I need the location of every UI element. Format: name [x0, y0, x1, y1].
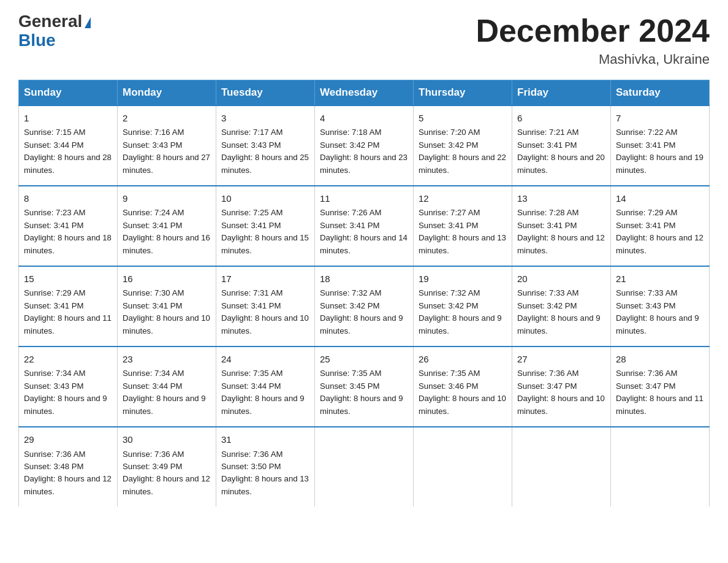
day-cell-13: 13 Sunrise: 7:28 AM Sunset: 3:41 PM Dayl…	[512, 186, 611, 266]
day-cell-26: 26 Sunrise: 7:35 AM Sunset: 3:46 PM Dayl…	[414, 347, 512, 427]
day-sunrise: Sunrise: 7:34 AM	[24, 367, 112, 380]
day-sunset: Sunset: 3:41 PM	[221, 220, 309, 232]
day-cell-20: 20 Sunrise: 7:33 AM Sunset: 3:42 PM Dayl…	[512, 266, 611, 347]
day-daylight: Daylight: 8 hours and 25 minutes.	[221, 151, 309, 177]
day-sunset: Sunset: 3:43 PM	[616, 300, 704, 312]
day-sunset: Sunset: 3:44 PM	[221, 380, 309, 393]
day-number: 29	[24, 432, 112, 446]
day-sunrise: Sunrise: 7:36 AM	[123, 448, 211, 461]
day-daylight: Daylight: 8 hours and 9 minutes.	[24, 393, 112, 418]
day-number: 20	[517, 272, 605, 286]
day-sunrise: Sunrise: 7:27 AM	[419, 207, 507, 219]
day-number: 6	[517, 111, 605, 125]
week-row-5: 29 Sunrise: 7:36 AM Sunset: 3:48 PM Dayl…	[19, 427, 710, 507]
logo: General Blue	[18, 12, 91, 50]
day-daylight: Daylight: 8 hours and 12 minutes.	[123, 473, 211, 498]
day-number: 9	[123, 191, 211, 205]
location-label: Mashivka, Ukraine	[476, 52, 710, 67]
day-sunset: Sunset: 3:41 PM	[517, 139, 605, 151]
day-cell-30: 30 Sunrise: 7:36 AM Sunset: 3:49 PM Dayl…	[118, 427, 216, 507]
day-cell-22: 22 Sunrise: 7:34 AM Sunset: 3:43 PM Dayl…	[19, 347, 118, 427]
day-daylight: Daylight: 8 hours and 16 minutes.	[123, 232, 211, 257]
day-sunset: Sunset: 3:41 PM	[221, 300, 309, 312]
day-cell-15: 15 Sunrise: 7:29 AM Sunset: 3:41 PM Dayl…	[19, 266, 118, 347]
day-sunrise: Sunrise: 7:20 AM	[419, 126, 507, 139]
day-number: 30	[123, 432, 211, 446]
day-sunset: Sunset: 3:42 PM	[419, 139, 507, 151]
day-daylight: Daylight: 8 hours and 19 minutes.	[616, 151, 704, 177]
day-sunset: Sunset: 3:41 PM	[419, 220, 507, 232]
day-number: 28	[616, 352, 704, 366]
col-tuesday: Tuesday	[216, 80, 315, 106]
day-sunrise: Sunrise: 7:35 AM	[320, 367, 408, 380]
day-sunrise: Sunrise: 7:28 AM	[517, 207, 605, 219]
day-daylight: Daylight: 8 hours and 12 minutes.	[517, 232, 605, 257]
day-daylight: Daylight: 8 hours and 28 minutes.	[24, 151, 112, 177]
day-number: 23	[123, 352, 211, 366]
empty-cell	[611, 427, 710, 507]
logo-triangle-icon	[85, 17, 91, 28]
day-cell-31: 31 Sunrise: 7:36 AM Sunset: 3:50 PM Dayl…	[216, 427, 315, 507]
day-number: 19	[419, 272, 507, 286]
day-sunrise: Sunrise: 7:26 AM	[320, 207, 408, 219]
day-sunrise: Sunrise: 7:31 AM	[221, 287, 309, 299]
day-number: 31	[221, 432, 309, 446]
day-sunset: Sunset: 3:42 PM	[320, 139, 408, 151]
page-header: General Blue December 2024 Mashivka, Ukr…	[18, 12, 710, 67]
day-sunrise: Sunrise: 7:16 AM	[123, 126, 211, 139]
day-cell-3: 3 Sunrise: 7:17 AM Sunset: 3:43 PM Dayli…	[216, 105, 315, 186]
day-sunrise: Sunrise: 7:29 AM	[616, 207, 704, 219]
day-daylight: Daylight: 8 hours and 27 minutes.	[123, 151, 211, 177]
day-cell-27: 27 Sunrise: 7:36 AM Sunset: 3:47 PM Dayl…	[512, 347, 611, 427]
day-sunrise: Sunrise: 7:30 AM	[123, 287, 211, 299]
day-cell-6: 6 Sunrise: 7:21 AM Sunset: 3:41 PM Dayli…	[512, 105, 611, 186]
day-sunset: Sunset: 3:44 PM	[24, 139, 112, 151]
day-number: 14	[616, 191, 704, 205]
day-cell-1: 1 Sunrise: 7:15 AM Sunset: 3:44 PM Dayli…	[19, 105, 118, 186]
day-number: 7	[616, 111, 704, 125]
day-number: 22	[24, 352, 112, 366]
day-number: 18	[320, 272, 408, 286]
day-number: 16	[123, 272, 211, 286]
day-number: 24	[221, 352, 309, 366]
day-daylight: Daylight: 8 hours and 9 minutes.	[320, 312, 408, 337]
day-daylight: Daylight: 8 hours and 9 minutes.	[123, 393, 211, 418]
month-title: December 2024	[476, 12, 710, 49]
day-daylight: Daylight: 8 hours and 18 minutes.	[24, 232, 112, 257]
day-number: 12	[419, 191, 507, 205]
logo-blue-text: Blue	[18, 31, 91, 50]
day-cell-12: 12 Sunrise: 7:27 AM Sunset: 3:41 PM Dayl…	[414, 186, 512, 266]
day-sunrise: Sunrise: 7:15 AM	[24, 126, 112, 139]
day-sunset: Sunset: 3:45 PM	[320, 380, 408, 393]
day-sunset: Sunset: 3:47 PM	[616, 380, 704, 393]
day-daylight: Daylight: 8 hours and 9 minutes.	[419, 312, 507, 337]
day-sunrise: Sunrise: 7:22 AM	[616, 126, 704, 139]
day-cell-16: 16 Sunrise: 7:30 AM Sunset: 3:41 PM Dayl…	[118, 266, 216, 347]
day-daylight: Daylight: 8 hours and 9 minutes.	[517, 312, 605, 337]
day-sunrise: Sunrise: 7:24 AM	[123, 207, 211, 219]
calendar-header-row: Sunday Monday Tuesday Wednesday Thursday…	[19, 80, 710, 106]
day-sunset: Sunset: 3:41 PM	[24, 220, 112, 232]
logo-general-line: General	[18, 12, 91, 31]
day-sunset: Sunset: 3:50 PM	[221, 461, 309, 473]
col-friday: Friday	[512, 80, 611, 106]
day-number: 10	[221, 191, 309, 205]
day-sunrise: Sunrise: 7:34 AM	[123, 367, 211, 380]
col-wednesday: Wednesday	[315, 80, 414, 106]
day-sunrise: Sunrise: 7:36 AM	[616, 367, 704, 380]
day-sunset: Sunset: 3:49 PM	[123, 461, 211, 473]
day-number: 15	[24, 272, 112, 286]
day-sunrise: Sunrise: 7:23 AM	[24, 207, 112, 219]
day-sunrise: Sunrise: 7:25 AM	[221, 207, 309, 219]
day-sunrise: Sunrise: 7:36 AM	[517, 367, 605, 380]
col-thursday: Thursday	[414, 80, 512, 106]
day-daylight: Daylight: 8 hours and 12 minutes.	[24, 473, 112, 498]
day-cell-8: 8 Sunrise: 7:23 AM Sunset: 3:41 PM Dayli…	[19, 186, 118, 266]
day-cell-17: 17 Sunrise: 7:31 AM Sunset: 3:41 PM Dayl…	[216, 266, 315, 347]
day-daylight: Daylight: 8 hours and 9 minutes.	[221, 393, 309, 418]
day-cell-11: 11 Sunrise: 7:26 AM Sunset: 3:41 PM Dayl…	[315, 186, 414, 266]
day-number: 21	[616, 272, 704, 286]
day-sunset: Sunset: 3:41 PM	[616, 220, 704, 232]
day-sunrise: Sunrise: 7:32 AM	[419, 287, 507, 299]
day-cell-14: 14 Sunrise: 7:29 AM Sunset: 3:41 PM Dayl…	[611, 186, 710, 266]
